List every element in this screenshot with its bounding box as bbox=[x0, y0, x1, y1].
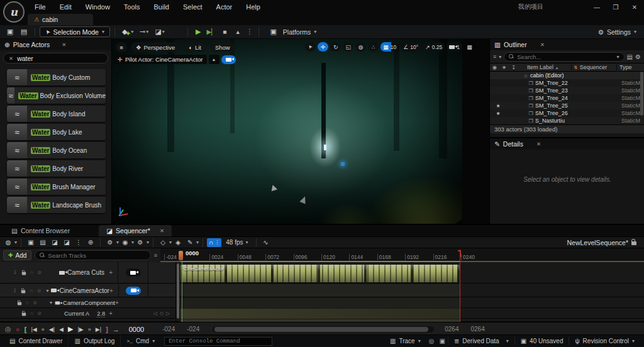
lock-icon[interactable] bbox=[631, 241, 636, 245]
place-actor-item[interactable]: ≈Water Body River bbox=[7, 160, 106, 177]
insights-icon[interactable]: ◎ bbox=[426, 338, 437, 344]
outliner-row[interactable]: ❒SM_Tree_23StaticM bbox=[490, 87, 644, 94]
outliner-settings-icon[interactable]: ⚙ bbox=[635, 53, 641, 60]
to-front-button[interactable]: |◀ bbox=[31, 326, 37, 333]
save-icon[interactable]: ▣ bbox=[4, 28, 16, 36]
curve-editor-icon[interactable]: ∿ bbox=[260, 239, 272, 246]
menu-edit[interactable]: Edit bbox=[53, 1, 79, 13]
visibility-column-icon[interactable]: ◉ bbox=[490, 64, 499, 70]
pin-column-icon[interactable]: ↧ bbox=[509, 64, 518, 70]
rotate-tool[interactable]: ↻ bbox=[330, 42, 341, 52]
derived-data-dropdown[interactable]: ≣ Derived Data ▾ bbox=[448, 335, 514, 347]
place-actor-item[interactable]: ≈Water Landscape Brush bbox=[7, 197, 106, 213]
scale-snap-toggle[interactable]: ↗0.25 bbox=[423, 42, 445, 52]
place-actors-search[interactable]: ✕ bbox=[3, 53, 108, 63]
add-camera-cut-icon[interactable]: + bbox=[109, 269, 118, 276]
menu-tools[interactable]: Tools bbox=[117, 1, 147, 13]
add-track-button[interactable]: ✚ Add bbox=[3, 250, 31, 260]
grid-snap-toggle[interactable]: ▦10 bbox=[380, 42, 399, 52]
maximize-button[interactable]: ❐ bbox=[606, 0, 625, 14]
headphones-icon[interactable]: ∩ bbox=[30, 311, 34, 316]
view-range-start[interactable]: -024 bbox=[162, 326, 175, 333]
clear-search-icon[interactable]: ✕ bbox=[9, 55, 13, 62]
record-button[interactable]: ● bbox=[16, 325, 20, 334]
details-tab[interactable]: ✎ Details ✕ bbox=[490, 138, 644, 150]
render-movie-icon[interactable]: ◪ bbox=[61, 239, 72, 246]
place-actor-item[interactable]: ≈Water Body Exclusion Volume bbox=[7, 87, 106, 104]
world-coordinate-toggle[interactable]: ◍ bbox=[355, 42, 366, 52]
platforms-dropdown[interactable]: ▣ Platforms ▾ bbox=[264, 28, 320, 36]
place-actor-item[interactable]: ≈Water Body Lake bbox=[7, 124, 106, 140]
working-range-end[interactable]: 0264 bbox=[470, 326, 484, 333]
minimize-button[interactable]: — bbox=[587, 0, 606, 14]
cmd-dropdown[interactable]: >_ Cmd ▾ bbox=[121, 335, 160, 347]
previous-key-icon[interactable]: ◁ bbox=[153, 311, 157, 316]
pin-icon[interactable]: ↧ bbox=[13, 270, 18, 275]
track-filter-icon[interactable]: ≡ bbox=[154, 252, 157, 258]
view-range-end[interactable]: 0264 bbox=[445, 326, 458, 333]
new-folder-icon[interactable]: ▤ bbox=[627, 53, 633, 60]
play-reverse-button[interactable]: ◀ bbox=[59, 326, 64, 333]
browse-sequence-icon[interactable]: ▤ bbox=[37, 239, 48, 246]
settings-dropdown[interactable]: ⚙ Settings ▾ bbox=[594, 28, 640, 36]
search-tracks-input[interactable] bbox=[48, 252, 145, 259]
next-key-icon[interactable]: ▷ bbox=[166, 311, 170, 316]
headphones-icon[interactable]: ∩ bbox=[30, 288, 33, 294]
add-actor-to-sequencer-icon[interactable]: ⊕ bbox=[85, 239, 96, 246]
content-browser-tab[interactable]: ▤ Content Browser bbox=[4, 225, 77, 236]
expand-icon[interactable]: ▾ bbox=[50, 300, 52, 306]
current-aperture-track[interactable]: ∩ ⊘ Current A 2.8 + ◁ ◇ ▷ bbox=[0, 309, 644, 319]
sequence-name-breadcrumb[interactable]: NewLevelSequence* bbox=[567, 239, 641, 246]
menu-actor[interactable]: Actor bbox=[209, 1, 240, 13]
create-camera-icon[interactable]: ◪ bbox=[49, 239, 60, 246]
selection-mode-dropdown[interactable]: ➤ Selection Mode ▾ bbox=[40, 26, 110, 37]
snapping-magnet-toggle[interactable]: ∩ ⋮ bbox=[207, 238, 221, 247]
eject-button[interactable]: ▲ bbox=[232, 29, 244, 35]
filter-icon[interactable]: ≡ bbox=[493, 53, 496, 60]
step-forward-button[interactable]: |▶ bbox=[77, 326, 83, 333]
pin-icon[interactable]: ↧ bbox=[13, 288, 17, 294]
loop-mode-button[interactable]: → bbox=[113, 326, 119, 333]
camera-component-track[interactable]: ∩ ⊘ ▾ CameraComponent + bbox=[0, 298, 644, 308]
menu-build[interactable]: Build bbox=[147, 1, 176, 13]
favorite-column-icon[interactable]: ★ bbox=[499, 64, 509, 70]
outliner-scrollbar[interactable] bbox=[640, 72, 643, 116]
add-track-icon[interactable]: + bbox=[109, 287, 118, 294]
menu-select[interactable]: Select bbox=[176, 1, 209, 13]
menu-help[interactable]: Help bbox=[239, 1, 267, 13]
camera-cuts-lock-toggle[interactable] bbox=[126, 268, 141, 277]
set-start-bracket[interactable]: [ bbox=[25, 326, 27, 333]
browse-content-icon[interactable]: ▤ bbox=[18, 28, 30, 36]
level-viewport[interactable]: ≡ ❖ Perspective ◐ Lit Show ✛ Pilot Actor… bbox=[112, 39, 489, 224]
unsaved-changes-button[interactable]: ▣ 40 Unsaved bbox=[515, 335, 569, 347]
type-column[interactable]: Type bbox=[616, 64, 644, 70]
unreal-logo-icon[interactable]: u bbox=[3, 1, 25, 23]
close-icon[interactable]: ✕ bbox=[540, 41, 545, 48]
rotation-snap-toggle[interactable]: ∠10° bbox=[401, 42, 421, 52]
star-icon[interactable]: ★ bbox=[490, 103, 506, 109]
outliner-row[interactable]: ❒SM_Tree_24StaticM bbox=[490, 94, 644, 102]
select-tool[interactable]: ➤ bbox=[305, 42, 316, 52]
edit-mode-pencil-icon[interactable]: ✎ bbox=[184, 239, 196, 246]
headphones-icon[interactable]: ∩ bbox=[30, 270, 34, 275]
current-frame-value[interactable]: 0000 bbox=[129, 326, 144, 333]
place-actor-item[interactable]: ≈Water Brush Manager bbox=[7, 179, 106, 195]
console-command-field[interactable] bbox=[164, 337, 272, 346]
item-label-column[interactable]: Item Label ▲ bbox=[518, 64, 571, 70]
outliner-row[interactable]: ★❒SM_Tree_25StaticM bbox=[490, 102, 644, 109]
pilot-actor-button[interactable]: ✛ Pilot Actor: CineCameraActor bbox=[114, 55, 207, 64]
previous-key-button[interactable]: « bbox=[42, 326, 45, 333]
camera-view-toggle[interactable] bbox=[221, 55, 236, 64]
step-back-button[interactable]: ◀| bbox=[49, 326, 55, 333]
place-actor-item[interactable]: ≈Water Body Island bbox=[7, 106, 106, 122]
camera-cuts-track[interactable]: CineCameraActor ↧ ∩ ⊘ Camera Cuts + bbox=[0, 262, 644, 284]
outliner-row[interactable]: ⌂cabin (Editor) bbox=[490, 72, 644, 79]
mute-icon[interactable]: ⊘ bbox=[37, 270, 42, 275]
outliner-tab[interactable]: ▥ Outliner ✕ bbox=[490, 39, 644, 50]
mute-icon[interactable]: ⊘ bbox=[37, 288, 42, 294]
outliner-row[interactable]: ★❒SM_Tree_26StaticM bbox=[490, 109, 644, 117]
outliner-search-input[interactable] bbox=[517, 53, 613, 60]
aperture-value[interactable]: 2.8 bbox=[97, 310, 105, 317]
play-button[interactable]: ▶ bbox=[192, 28, 204, 36]
lock-icon[interactable] bbox=[21, 290, 25, 293]
